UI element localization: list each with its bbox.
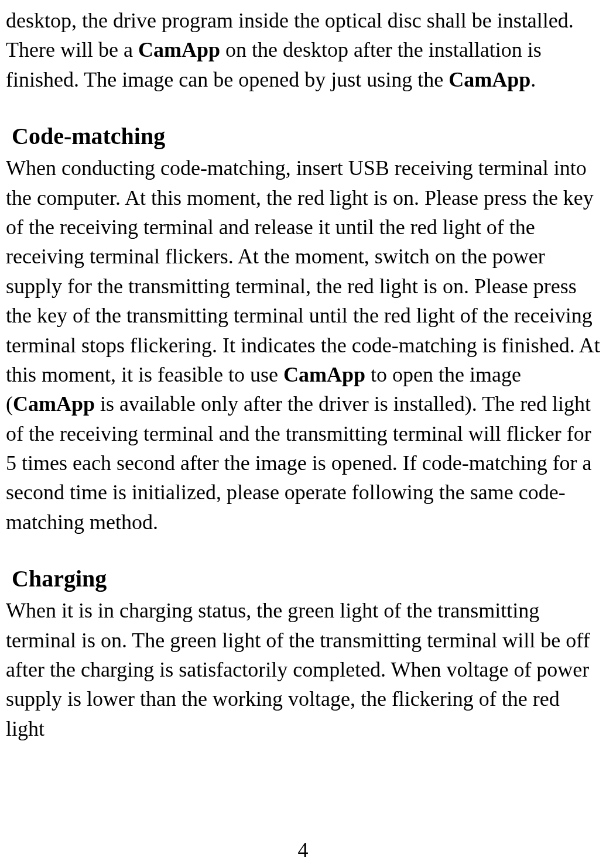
- section-charging: Charging When it is in charging status, …: [6, 565, 600, 743]
- code-matching-paragraph: When conducting code-matching, insert US…: [6, 153, 600, 537]
- charging-paragraph: When it is in charging status, the green…: [6, 596, 600, 743]
- heading-code-matching: Code-matching: [12, 122, 600, 150]
- intro-bold-1: CamApp: [138, 38, 220, 61]
- heading-charging: Charging: [12, 565, 600, 592]
- intro-paragraph: desktop, the drive program inside the op…: [6, 6, 600, 94]
- intro-text-3: .: [530, 68, 536, 91]
- code-matching-text-1: When conducting code-matching, insert US…: [6, 156, 600, 386]
- intro-bold-2: CamApp: [448, 68, 530, 91]
- section-code-matching: Code-matching When conducting code-match…: [6, 122, 600, 537]
- page-number: 4: [298, 838, 309, 862]
- code-matching-bold-2: CamApp: [13, 392, 95, 416]
- code-matching-bold-1: CamApp: [283, 363, 365, 386]
